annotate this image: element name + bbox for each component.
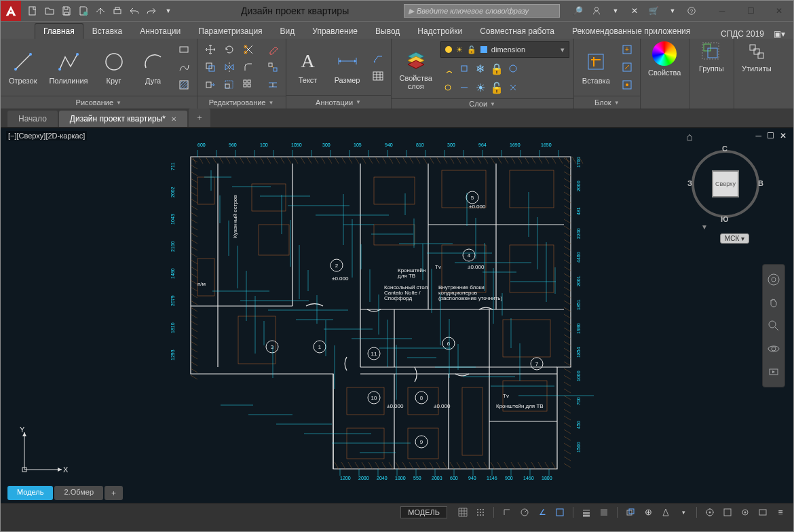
- isolate-icon[interactable]: [738, 506, 753, 519]
- vp-max-icon[interactable]: ☐: [767, 131, 774, 140]
- create-block-icon[interactable]: +: [618, 41, 636, 58]
- scale-icon[interactable]: [221, 77, 238, 93]
- spline-icon[interactable]: [175, 59, 193, 75]
- tab-home[interactable]: Главная: [35, 23, 83, 39]
- table-icon[interactable]: [369, 68, 387, 84]
- close-button[interactable]: ✕: [765, 1, 793, 21]
- isodraft-icon[interactable]: ∠: [535, 506, 550, 519]
- infocenter-icon[interactable]: 🔎: [571, 4, 584, 18]
- lwt-icon[interactable]: [579, 506, 594, 519]
- undo-icon[interactable]: [127, 3, 142, 18]
- transparency-icon[interactable]: [597, 506, 611, 519]
- rectangle-icon[interactable]: [175, 41, 193, 58]
- annoscale-icon[interactable]: [658, 506, 673, 519]
- status-model-button[interactable]: МОДЕЛЬ: [400, 506, 447, 518]
- customize-icon[interactable]: ≡: [773, 506, 788, 519]
- tab-spds[interactable]: СПДС 2019: [721, 29, 764, 39]
- trim-icon[interactable]: [240, 41, 257, 58]
- cleanscreen-icon[interactable]: [755, 506, 770, 519]
- laymatch-icon[interactable]: [506, 60, 521, 77]
- offset-icon[interactable]: [264, 77, 282, 93]
- layer-combo[interactable]: ☀ 🔓 dimension ▾: [440, 41, 569, 58]
- laylock-icon[interactable]: 🔒: [489, 60, 504, 77]
- viewport[interactable]: [−][Сверху][2D-каркас] ─ ☐ ✕ 60096010010…: [1, 128, 793, 503]
- viewcube-dd-icon[interactable]: ▼: [701, 223, 708, 231]
- arc-button[interactable]: Дуга: [136, 47, 171, 88]
- text-button[interactable]: А Текст: [290, 46, 326, 87]
- rotate-icon[interactable]: [221, 41, 238, 58]
- tab-manage[interactable]: Управление: [303, 23, 366, 39]
- color-wheel-icon[interactable]: [652, 41, 677, 66]
- layoff-icon[interactable]: [440, 60, 455, 77]
- tab-parametric[interactable]: Параметризация: [189, 23, 271, 39]
- layfrz-icon[interactable]: ❄: [473, 60, 488, 77]
- search-box[interactable]: ▶Введите ключевое слово/фразу: [404, 4, 560, 18]
- tab-close-icon[interactable]: ✕: [171, 115, 176, 123]
- polar-icon[interactable]: [517, 506, 532, 519]
- laythaw-icon[interactable]: ☀: [473, 79, 488, 96]
- saveas-icon[interactable]: [76, 3, 91, 18]
- qat-arrow-icon[interactable]: ▼: [161, 3, 176, 18]
- grid-toggle-icon[interactable]: [455, 506, 470, 519]
- vp-close-icon[interactable]: ✕: [780, 131, 787, 140]
- leader-icon[interactable]: [369, 50, 387, 66]
- nav-pan-icon[interactable]: [765, 294, 782, 311]
- osnap-icon[interactable]: [552, 506, 567, 519]
- edit-block-icon[interactable]: [618, 59, 636, 75]
- attr-icon[interactable]: [618, 77, 636, 93]
- copy-icon[interactable]: [202, 59, 219, 75]
- minimize-button[interactable]: ─: [708, 1, 736, 21]
- tab-model[interactable]: Модель: [7, 486, 53, 500]
- panel-draw-title[interactable]: Рисование▼: [1, 96, 197, 109]
- nav-showmotion-icon[interactable]: [765, 364, 782, 380]
- panel-annot-title[interactable]: Аннотации▼: [286, 95, 391, 109]
- tab-layout-add[interactable]: ＋: [105, 486, 123, 500]
- viewcube-wcs-badge[interactable]: МСК ▾: [720, 233, 749, 244]
- publish-icon[interactable]: [93, 3, 108, 18]
- move-icon[interactable]: [202, 41, 219, 58]
- explode-icon[interactable]: [264, 59, 282, 75]
- tab-drawing-active[interactable]: Дизайн проект квартиры*✕: [59, 111, 187, 127]
- snap-toggle-icon[interactable]: [473, 506, 488, 519]
- polyline-button[interactable]: Полилиния: [45, 47, 92, 88]
- exchange-icon[interactable]: ✕: [628, 4, 641, 18]
- viewport-label[interactable]: [−][Сверху][2D-каркас]: [6, 131, 87, 140]
- dimension-button[interactable]: Размер: [330, 46, 365, 87]
- erase-icon[interactable]: [264, 41, 282, 58]
- ucs-icon[interactable]: X Y: [14, 425, 69, 482]
- tab-addins[interactable]: Надстройки: [409, 23, 471, 39]
- new-icon[interactable]: [25, 3, 40, 18]
- hatch-icon[interactable]: [175, 77, 193, 93]
- laymcur-icon[interactable]: [506, 79, 521, 96]
- panel-layers-title[interactable]: Слои▼: [392, 98, 573, 109]
- nav-wheel-icon[interactable]: [765, 271, 782, 288]
- tab-featured[interactable]: Рекомендованные приложения: [563, 23, 699, 39]
- annomonitor-icon[interactable]: ⊕: [641, 506, 656, 519]
- dropdown-icon[interactable]: ▼: [609, 4, 622, 18]
- viewcube-face[interactable]: Сверху: [712, 170, 739, 197]
- tab-start[interactable]: Начало: [7, 111, 58, 127]
- tab-insert[interactable]: Вставка: [83, 23, 132, 39]
- layunlock-icon[interactable]: 🔓: [489, 79, 504, 96]
- panel-modify-title[interactable]: Редактирование▼: [197, 96, 286, 109]
- nav-orbit-icon[interactable]: [765, 341, 782, 357]
- layer-props-button[interactable]: Свойства слоя: [396, 44, 436, 93]
- utils-icon[interactable]: [746, 41, 767, 62]
- insert-button[interactable]: Вставка: [578, 47, 614, 88]
- tab-add[interactable]: ＋: [189, 109, 210, 127]
- ortho-icon[interactable]: [499, 506, 514, 519]
- open-icon[interactable]: [42, 3, 57, 18]
- ribbon-minimize-icon[interactable]: ▣▾: [774, 29, 785, 39]
- signin-icon[interactable]: [590, 4, 603, 18]
- fillet-icon[interactable]: [240, 59, 257, 75]
- dropdown2-icon[interactable]: ▼: [666, 4, 679, 18]
- viewcube-home-icon[interactable]: ⌂: [686, 131, 693, 143]
- mirror-icon[interactable]: [221, 59, 238, 75]
- app-logo[interactable]: [1, 1, 21, 21]
- tab-layout[interactable]: 2.Обмер: [54, 486, 103, 500]
- tab-output[interactable]: Вывод: [366, 23, 409, 39]
- cart-icon[interactable]: 🛒: [647, 4, 660, 18]
- help-icon[interactable]: ?: [685, 4, 698, 18]
- line-button[interactable]: Отрезок: [5, 47, 41, 88]
- array-icon[interactable]: [240, 77, 257, 93]
